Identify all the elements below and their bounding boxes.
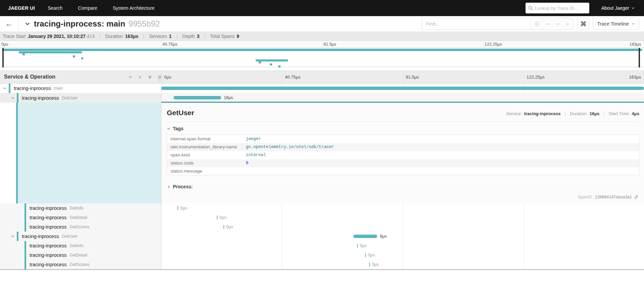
tags-section-toggle[interactable]: Tags <box>167 126 639 131</box>
duration-value: 163μs <box>125 34 139 39</box>
collapse-caret-down-icon[interactable] <box>11 96 15 100</box>
services-value: 1 <box>169 34 172 39</box>
span-row-selected[interactable]: tracing-inprocess GetUser 16μs <box>0 93 644 103</box>
service-operation-column-header[interactable]: Service & Operation <box>4 74 55 80</box>
about-jaeger-menu[interactable]: About Jaeger <box>601 5 635 11</box>
tag-value: 0 <box>243 159 639 167</box>
span-operation-name: main <box>54 86 63 91</box>
trace-view-selector[interactable]: Trace Timeline <box>593 18 639 30</box>
span-row[interactable]: tracing-inprocess GetUser 8μs <box>0 232 644 241</box>
column-divider[interactable] <box>161 70 161 269</box>
span-duration-bar[interactable] <box>178 206 178 210</box>
tag-row[interactable]: status.message <box>167 167 639 175</box>
span-duration-bar[interactable] <box>224 225 224 229</box>
span-operation-name: GetDetail <box>69 253 87 257</box>
span-row[interactable]: tracing-inprocess GetInfo 0μs <box>0 241 644 250</box>
span-row[interactable]: tracing-inprocess GetScores 0μs <box>0 222 644 232</box>
span-timeline-cell[interactable]: 0μs <box>161 203 644 213</box>
trace-id-lookup-input[interactable] <box>535 6 587 11</box>
detail-start-time-value: 4μs <box>632 111 639 116</box>
trace-id-short: 9955b92 <box>129 19 160 29</box>
jaeger-logo[interactable]: JAEGER UI <box>8 5 35 11</box>
chevron-right-icon <box>167 185 170 189</box>
minimap-right-drag-handle[interactable] <box>639 48 640 67</box>
column-resizer-handle[interactable]: ‖ <box>158 78 159 82</box>
minimap-tick-label: 163μs <box>630 42 641 47</box>
span-row[interactable]: tracing-inprocess main <box>0 84 644 93</box>
trace-collapse-chevron-down-icon[interactable] <box>24 21 31 27</box>
ruler-tick-label: 40.75μs <box>285 75 301 80</box>
collapse-one-chevron-down-icon[interactable] <box>128 75 133 79</box>
span-duration-label: 0μs <box>360 243 366 248</box>
ruler-tick-label: 0μs <box>164 75 171 80</box>
span-row[interactable]: tracing-inprocess GetInfo 0μs <box>0 203 644 213</box>
scope-to-match-icon[interactable] <box>535 21 539 26</box>
trace-start-ms: .413 <box>86 34 95 39</box>
span-timeline-cell[interactable] <box>161 84 644 93</box>
nav-item-system-architecture[interactable]: System Architecture <box>113 5 155 11</box>
span-timeline-cell[interactable]: 0μs <box>161 222 644 232</box>
span-row[interactable]: tracing-inprocess GetScores 0μs <box>0 260 644 269</box>
span-duration-bar[interactable] <box>353 235 377 238</box>
timeline-minimap[interactable] <box>0 48 644 67</box>
span-row[interactable]: tracing-inprocess GetDetail 0μs <box>0 213 644 222</box>
span-rows: tracing-inprocess main tracing-inprocess… <box>0 84 644 269</box>
depth-value: 3 <box>197 34 199 39</box>
span-duration-bar[interactable] <box>217 216 217 220</box>
collapse-all-double-chevron-down-icon[interactable] <box>148 75 152 79</box>
nav-item-search[interactable]: Search <box>48 5 62 11</box>
trace-id-lookup[interactable] <box>526 3 589 13</box>
span-duration-label: 0μs <box>226 225 233 229</box>
span-duration-bar[interactable] <box>161 87 644 90</box>
tag-row[interactable]: internal.span.format jaeger <box>167 135 639 143</box>
span-timeline-cell[interactable]: 16μs <box>161 93 644 103</box>
tag-value: jaeger <box>243 135 639 143</box>
jaeger-trace-page: JAEGER UI Search Compare System Architec… <box>0 0 644 284</box>
next-match-chevron-down-icon[interactable] <box>556 22 560 26</box>
clear-find-close-icon[interactable]: × <box>566 21 569 27</box>
span-duration-bar[interactable] <box>174 96 221 99</box>
span-timeline-cell[interactable]: 0μs <box>161 241 644 250</box>
span-id-value: 128664147daca3a1 <box>595 195 632 199</box>
span-timeline-cell[interactable]: 0μs <box>161 213 644 222</box>
service-color-bar <box>24 203 26 213</box>
span-id-label: SpanID: <box>578 195 593 199</box>
process-section-toggle[interactable]: Process: <box>167 184 639 189</box>
span-service-name: tracing-inprocess <box>30 262 66 267</box>
find-input[interactable] <box>422 18 530 30</box>
ruler-tick-label: 81.5μs <box>406 75 419 80</box>
chevron-down-icon <box>167 127 170 131</box>
service-color-bar <box>17 232 18 241</box>
span-table-header: Service & Operation ‖ 0μs 40.75μs 81.5μs… <box>0 70 644 84</box>
minimap-tick-label: 0μs <box>1 42 8 47</box>
span-service-name: tracing-inprocess <box>22 234 59 239</box>
list-bottom-border <box>0 269 644 270</box>
collapse-caret-down-icon[interactable] <box>11 234 15 238</box>
span-timeline-cell[interactable]: 8μs <box>161 232 644 241</box>
nav-item-compare[interactable]: Compare <box>78 5 97 11</box>
span-duration-bar[interactable] <box>365 253 366 257</box>
span-service-name: tracing-inprocess <box>30 243 66 248</box>
expand-one-chevron-right-icon[interactable] <box>138 75 142 79</box>
span-timeline-cell[interactable]: 0μs <box>161 260 644 269</box>
span-service-name: tracing-inprocess <box>14 86 51 91</box>
span-duration-bar[interactable] <box>357 244 358 248</box>
minimap-span-bar <box>81 57 84 59</box>
tag-row[interactable]: status.code 0 <box>167 159 639 167</box>
back-button[interactable]: ← <box>0 16 18 32</box>
service-color-bar <box>24 213 26 222</box>
selected-span-highlight-column <box>0 103 161 203</box>
process-section-label: Process: <box>173 184 193 189</box>
keyboard-shortcuts-button[interactable]: ⌘ <box>577 18 589 30</box>
span-duration-bar[interactable] <box>369 263 370 267</box>
span-row[interactable]: tracing-inprocess GetDetail 0μs <box>0 250 644 260</box>
tag-row[interactable]: otel.instrumentation_library.name go.ope… <box>167 143 639 151</box>
minimap-span-bar <box>19 51 82 53</box>
tag-row[interactable]: span.kind internal <box>167 151 639 159</box>
collapse-caret-down-icon[interactable] <box>3 86 7 90</box>
copy-link-icon[interactable] <box>634 195 639 199</box>
span-timeline-cell[interactable]: 0μs <box>161 250 644 260</box>
prev-match-chevron-up-icon[interactable] <box>545 22 550 26</box>
minimap-left-drag-handle[interactable] <box>2 48 4 67</box>
service-color-bar <box>24 241 26 250</box>
